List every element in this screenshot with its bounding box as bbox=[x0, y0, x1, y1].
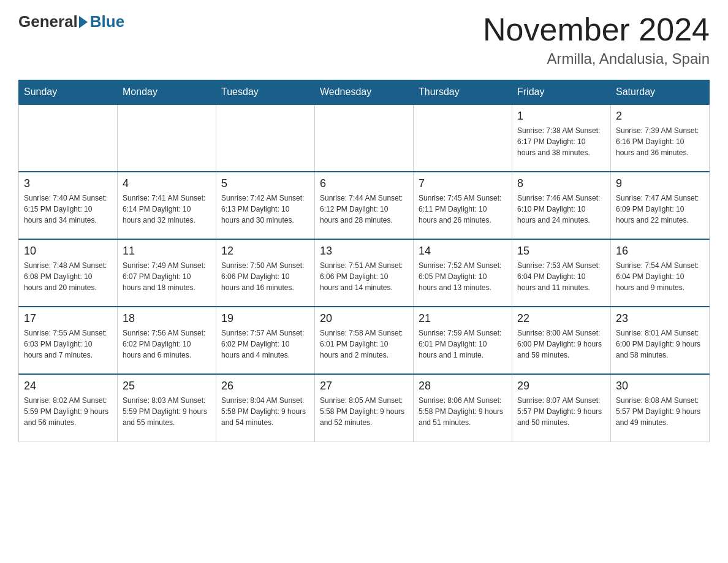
calendar-cell: 10Sunrise: 7:48 AM Sunset: 6:08 PM Dayli… bbox=[19, 239, 118, 307]
day-number: 6 bbox=[320, 177, 408, 190]
calendar-cell: 21Sunrise: 7:59 AM Sunset: 6:01 PM Dayli… bbox=[414, 307, 512, 374]
day-info: Sunrise: 7:38 AM Sunset: 6:17 PM Dayligh… bbox=[517, 125, 605, 158]
day-number: 25 bbox=[123, 380, 211, 393]
day-info: Sunrise: 7:44 AM Sunset: 6:12 PM Dayligh… bbox=[320, 193, 408, 226]
calendar-cell: 6Sunrise: 7:44 AM Sunset: 6:12 PM Daylig… bbox=[315, 172, 414, 239]
day-number: 26 bbox=[221, 380, 309, 393]
day-number: 29 bbox=[517, 380, 605, 393]
day-info: Sunrise: 8:02 AM Sunset: 5:59 PM Dayligh… bbox=[24, 395, 112, 428]
day-info: Sunrise: 7:52 AM Sunset: 6:05 PM Dayligh… bbox=[419, 260, 507, 293]
day-number: 10 bbox=[24, 245, 112, 258]
calendar-cell: 29Sunrise: 8:07 AM Sunset: 5:57 PM Dayli… bbox=[512, 374, 611, 442]
logo-arrow-icon bbox=[79, 16, 88, 28]
day-number: 14 bbox=[419, 245, 507, 258]
day-info: Sunrise: 7:51 AM Sunset: 6:06 PM Dayligh… bbox=[320, 260, 408, 293]
day-info: Sunrise: 7:56 AM Sunset: 6:02 PM Dayligh… bbox=[123, 327, 211, 361]
calendar-cell: 19Sunrise: 7:57 AM Sunset: 6:02 PM Dayli… bbox=[216, 307, 315, 374]
day-info: Sunrise: 7:54 AM Sunset: 6:04 PM Dayligh… bbox=[616, 260, 704, 293]
day-number: 9 bbox=[616, 177, 704, 190]
day-info: Sunrise: 8:08 AM Sunset: 5:57 PM Dayligh… bbox=[616, 395, 704, 428]
calendar-cell: 27Sunrise: 8:05 AM Sunset: 5:58 PM Dayli… bbox=[315, 374, 414, 442]
weekday-header-row: SundayMondayTuesdayWednesdayThursdayFrid… bbox=[19, 80, 710, 105]
day-number: 30 bbox=[616, 380, 704, 393]
day-info: Sunrise: 8:07 AM Sunset: 5:57 PM Dayligh… bbox=[517, 395, 605, 428]
day-info: Sunrise: 7:55 AM Sunset: 6:03 PM Dayligh… bbox=[24, 327, 112, 361]
calendar-cell: 22Sunrise: 8:00 AM Sunset: 6:00 PM Dayli… bbox=[512, 307, 611, 374]
day-info: Sunrise: 8:00 AM Sunset: 6:00 PM Dayligh… bbox=[517, 327, 605, 361]
logo-general-text: General bbox=[18, 12, 78, 31]
calendar-cell: 13Sunrise: 7:51 AM Sunset: 6:06 PM Dayli… bbox=[315, 239, 414, 307]
calendar-cell: 12Sunrise: 7:50 AM Sunset: 6:06 PM Dayli… bbox=[216, 239, 315, 307]
day-number: 17 bbox=[24, 312, 112, 325]
day-info: Sunrise: 7:48 AM Sunset: 6:08 PM Dayligh… bbox=[24, 260, 112, 293]
day-info: Sunrise: 7:59 AM Sunset: 6:01 PM Dayligh… bbox=[419, 327, 507, 361]
calendar-cell: 7Sunrise: 7:45 AM Sunset: 6:11 PM Daylig… bbox=[414, 172, 512, 239]
weekday-header-friday: Friday bbox=[512, 80, 611, 105]
calendar-cell: 9Sunrise: 7:47 AM Sunset: 6:09 PM Daylig… bbox=[611, 172, 710, 239]
day-info: Sunrise: 8:01 AM Sunset: 6:00 PM Dayligh… bbox=[616, 327, 704, 361]
day-number: 19 bbox=[221, 312, 309, 325]
day-info: Sunrise: 7:50 AM Sunset: 6:06 PM Dayligh… bbox=[221, 260, 309, 293]
day-info: Sunrise: 7:49 AM Sunset: 6:07 PM Dayligh… bbox=[123, 260, 211, 293]
day-number: 20 bbox=[320, 312, 408, 325]
calendar-cell: 11Sunrise: 7:49 AM Sunset: 6:07 PM Dayli… bbox=[118, 239, 216, 307]
calendar-cell: 5Sunrise: 7:42 AM Sunset: 6:13 PM Daylig… bbox=[216, 172, 315, 239]
header: General Blue November 2024 Armilla, Anda… bbox=[18, 12, 710, 67]
weekday-header-tuesday: Tuesday bbox=[216, 80, 315, 105]
calendar-cell: 16Sunrise: 7:54 AM Sunset: 6:04 PM Dayli… bbox=[611, 239, 710, 307]
day-number: 28 bbox=[419, 380, 507, 393]
calendar-cell bbox=[216, 104, 315, 172]
calendar-cell bbox=[414, 104, 512, 172]
title-area: November 2024 Armilla, Andalusia, Spain bbox=[483, 12, 710, 67]
week-row-2: 3Sunrise: 7:40 AM Sunset: 6:15 PM Daylig… bbox=[19, 172, 710, 239]
day-info: Sunrise: 7:46 AM Sunset: 6:10 PM Dayligh… bbox=[517, 193, 605, 226]
day-number: 12 bbox=[221, 245, 309, 258]
day-info: Sunrise: 8:03 AM Sunset: 5:59 PM Dayligh… bbox=[123, 395, 211, 428]
day-number: 15 bbox=[517, 245, 605, 258]
location-title: Armilla, Andalusia, Spain bbox=[483, 50, 710, 67]
calendar-cell: 17Sunrise: 7:55 AM Sunset: 6:03 PM Dayli… bbox=[19, 307, 118, 374]
day-number: 11 bbox=[123, 245, 211, 258]
day-number: 4 bbox=[123, 177, 211, 190]
day-number: 7 bbox=[419, 177, 507, 190]
day-number: 22 bbox=[517, 312, 605, 325]
week-row-1: 1Sunrise: 7:38 AM Sunset: 6:17 PM Daylig… bbox=[19, 104, 710, 172]
calendar-cell: 15Sunrise: 7:53 AM Sunset: 6:04 PM Dayli… bbox=[512, 239, 611, 307]
day-number: 16 bbox=[616, 245, 704, 258]
calendar-cell: 28Sunrise: 8:06 AM Sunset: 5:58 PM Dayli… bbox=[414, 374, 512, 442]
weekday-header-saturday: Saturday bbox=[611, 80, 710, 105]
calendar-cell: 20Sunrise: 7:58 AM Sunset: 6:01 PM Dayli… bbox=[315, 307, 414, 374]
day-info: Sunrise: 7:40 AM Sunset: 6:15 PM Dayligh… bbox=[24, 193, 112, 226]
calendar-cell: 8Sunrise: 7:46 AM Sunset: 6:10 PM Daylig… bbox=[512, 172, 611, 239]
day-number: 27 bbox=[320, 380, 408, 393]
day-number: 21 bbox=[419, 312, 507, 325]
calendar-table: SundayMondayTuesdayWednesdayThursdayFrid… bbox=[18, 80, 710, 442]
day-number: 5 bbox=[221, 177, 309, 190]
day-number: 2 bbox=[616, 110, 704, 123]
weekday-header-monday: Monday bbox=[118, 80, 216, 105]
calendar-cell: 25Sunrise: 8:03 AM Sunset: 5:59 PM Dayli… bbox=[118, 374, 216, 442]
day-info: Sunrise: 7:39 AM Sunset: 6:16 PM Dayligh… bbox=[616, 125, 704, 158]
calendar-cell: 14Sunrise: 7:52 AM Sunset: 6:05 PM Dayli… bbox=[414, 239, 512, 307]
day-number: 24 bbox=[24, 380, 112, 393]
day-info: Sunrise: 7:53 AM Sunset: 6:04 PM Dayligh… bbox=[517, 260, 605, 293]
day-number: 1 bbox=[517, 110, 605, 123]
day-number: 18 bbox=[123, 312, 211, 325]
calendar-cell: 1Sunrise: 7:38 AM Sunset: 6:17 PM Daylig… bbox=[512, 104, 611, 172]
calendar-cell bbox=[118, 104, 216, 172]
day-info: Sunrise: 7:41 AM Sunset: 6:14 PM Dayligh… bbox=[123, 193, 211, 226]
day-info: Sunrise: 7:42 AM Sunset: 6:13 PM Dayligh… bbox=[221, 193, 309, 226]
weekday-header-wednesday: Wednesday bbox=[315, 80, 414, 105]
day-info: Sunrise: 7:47 AM Sunset: 6:09 PM Dayligh… bbox=[616, 193, 704, 226]
weekday-header-sunday: Sunday bbox=[19, 80, 118, 105]
month-title: November 2024 bbox=[483, 12, 710, 47]
day-info: Sunrise: 8:06 AM Sunset: 5:58 PM Dayligh… bbox=[419, 395, 507, 428]
calendar-cell: 4Sunrise: 7:41 AM Sunset: 6:14 PM Daylig… bbox=[118, 172, 216, 239]
day-number: 23 bbox=[616, 312, 704, 325]
weekday-header-thursday: Thursday bbox=[414, 80, 512, 105]
logo: General Blue bbox=[18, 12, 124, 31]
week-row-4: 17Sunrise: 7:55 AM Sunset: 6:03 PM Dayli… bbox=[19, 307, 710, 374]
week-row-3: 10Sunrise: 7:48 AM Sunset: 6:08 PM Dayli… bbox=[19, 239, 710, 307]
day-number: 13 bbox=[320, 245, 408, 258]
day-info: Sunrise: 8:04 AM Sunset: 5:58 PM Dayligh… bbox=[221, 395, 309, 428]
